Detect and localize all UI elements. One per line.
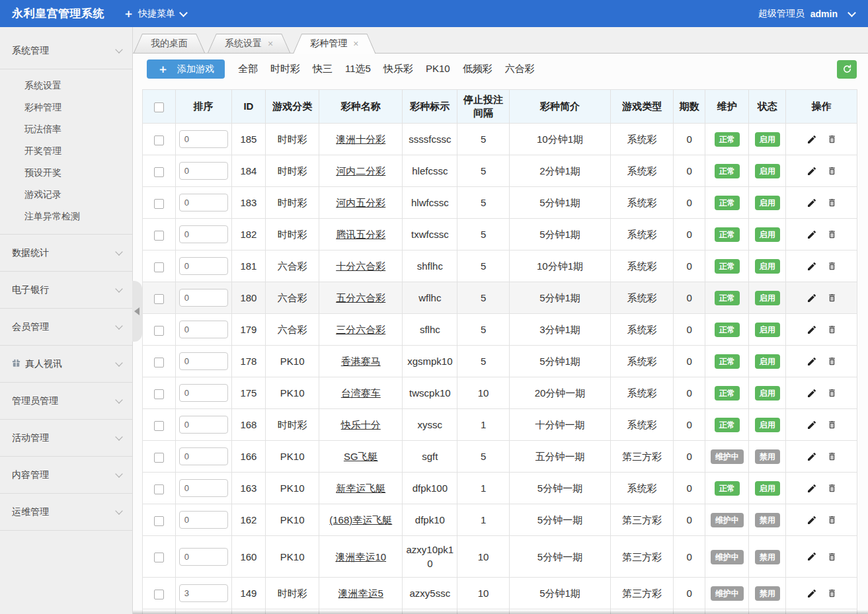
sidebar-group-header[interactable]: 管理员管理	[0, 383, 132, 419]
filter-link[interactable]: 低频彩	[463, 63, 493, 75]
sidebar-subitem[interactable]: 游戏记录	[0, 184, 132, 206]
filter-link[interactable]: 快乐彩	[383, 63, 413, 75]
edit-button[interactable]	[807, 515, 817, 525]
maintain-badge[interactable]: 正常	[715, 386, 740, 401]
sort-input[interactable]	[179, 289, 228, 307]
row-checkbox[interactable]	[154, 389, 164, 399]
sidebar-group-header[interactable]: 系统管理	[0, 32, 132, 69]
row-checkbox[interactable]	[154, 199, 164, 209]
edit-button[interactable]	[807, 229, 817, 240]
lottery-name-link[interactable]: 五分六合彩	[336, 292, 385, 303]
quick-menu-button[interactable]: ＋ 快捷菜单	[123, 8, 186, 20]
row-checkbox[interactable]	[154, 358, 164, 367]
maintain-badge[interactable]: 正常	[715, 291, 740, 305]
sidebar-group-header[interactable]: 活动管理	[0, 420, 132, 456]
maintain-badge[interactable]: 正常	[715, 164, 740, 178]
sort-input[interactable]	[179, 548, 228, 566]
tab[interactable]: 系统设置×	[208, 34, 290, 53]
sidebar-subitem[interactable]: 玩法倍率	[0, 118, 132, 140]
status-badge[interactable]: 启用	[755, 132, 780, 147]
lottery-name-link[interactable]: SG飞艇	[344, 451, 378, 462]
delete-button[interactable]	[827, 134, 837, 144]
row-checkbox[interactable]	[154, 326, 164, 336]
delete-button[interactable]	[827, 293, 837, 303]
lottery-name-link[interactable]: 香港赛马	[341, 356, 381, 367]
refresh-button[interactable]	[837, 60, 857, 79]
edit-button[interactable]	[807, 166, 817, 176]
edit-button[interactable]	[807, 261, 817, 272]
sidebar-group-header[interactable]: 数据统计	[0, 235, 132, 271]
edit-button[interactable]	[807, 134, 817, 145]
status-badge[interactable]: 启用	[755, 259, 780, 274]
sort-input[interactable]	[179, 384, 228, 402]
maintain-badge[interactable]: 维护中	[711, 513, 744, 527]
sort-input[interactable]	[179, 416, 228, 434]
maintain-badge[interactable]: 正常	[715, 418, 740, 432]
status-badge[interactable]: 禁用	[755, 513, 780, 527]
edit-button[interactable]	[807, 451, 817, 462]
status-badge[interactable]: 启用	[755, 164, 780, 178]
close-icon[interactable]: ×	[268, 39, 273, 48]
delete-button[interactable]	[827, 451, 837, 461]
delete-button[interactable]	[827, 198, 837, 208]
lottery-name-link[interactable]: 澳洲幸运10	[335, 551, 386, 562]
row-checkbox[interactable]	[154, 590, 164, 599]
sort-input[interactable]	[179, 194, 228, 211]
sort-input[interactable]	[179, 584, 228, 602]
close-icon[interactable]: ×	[353, 39, 358, 48]
sidebar-subitem[interactable]: 彩种管理	[0, 96, 132, 118]
status-badge[interactable]: 禁用	[755, 586, 780, 601]
maintain-badge[interactable]: 正常	[715, 354, 740, 369]
sidebar-group-header[interactable]: 会员管理	[0, 309, 132, 345]
maintain-badge[interactable]: 正常	[715, 481, 740, 496]
sort-input[interactable]	[179, 130, 228, 148]
delete-button[interactable]	[827, 356, 837, 366]
delete-button[interactable]	[827, 552, 837, 562]
maintain-badge[interactable]: 正常	[715, 323, 740, 337]
sidebar-collapse-handle[interactable]	[132, 281, 142, 342]
edit-button[interactable]	[807, 483, 817, 494]
lottery-name-link[interactable]: 澳洲幸运5	[338, 588, 383, 599]
sidebar-group-header[interactable]: 内容管理	[0, 457, 132, 493]
delete-button[interactable]	[827, 388, 837, 398]
user-menu[interactable]: 超级管理员 admin	[758, 8, 855, 20]
edit-button[interactable]	[807, 388, 817, 399]
lottery-name-link[interactable]: 澳洲十分彩	[336, 134, 385, 145]
lottery-name-link[interactable]: 腾讯五分彩	[336, 229, 385, 240]
delete-button[interactable]	[827, 420, 837, 430]
maintain-badge[interactable]: 正常	[715, 227, 740, 242]
status-badge[interactable]: 启用	[755, 196, 780, 210]
lottery-name-link[interactable]: 十分六合彩	[336, 260, 385, 272]
sidebar-subitem[interactable]: 开奖管理	[0, 140, 132, 162]
maintain-badge[interactable]: 维护中	[711, 449, 744, 464]
row-checkbox[interactable]	[154, 135, 164, 145]
filter-link[interactable]: 时时彩	[270, 63, 300, 75]
sidebar-group-header[interactable]: 运维管理	[0, 494, 132, 530]
delete-button[interactable]	[827, 261, 837, 271]
maintain-badge[interactable]: 正常	[715, 132, 740, 147]
row-checkbox[interactable]	[154, 553, 164, 562]
maintain-badge[interactable]: 正常	[715, 259, 740, 274]
lottery-name-link[interactable]: 台湾赛车	[341, 387, 381, 399]
edit-button[interactable]	[807, 551, 817, 562]
delete-button[interactable]	[827, 483, 837, 493]
sidebar-subitem[interactable]: 预设开奖	[0, 162, 132, 184]
edit-button[interactable]	[807, 420, 817, 430]
delete-button[interactable]	[827, 166, 837, 176]
row-checkbox[interactable]	[154, 484, 164, 494]
lottery-name-link[interactable]: 河内二分彩	[336, 165, 385, 176]
edit-button[interactable]	[807, 356, 817, 367]
status-badge[interactable]: 启用	[755, 481, 780, 496]
status-badge[interactable]: 启用	[755, 227, 780, 242]
delete-button[interactable]	[827, 515, 837, 525]
status-badge[interactable]: 启用	[755, 323, 780, 337]
filter-link[interactable]: 快三	[313, 63, 333, 75]
filter-link[interactable]: 11选5	[345, 63, 371, 75]
row-checkbox[interactable]	[154, 453, 164, 463]
lottery-name-link[interactable]: 新幸运飞艇	[336, 482, 385, 494]
sort-input[interactable]	[179, 352, 228, 370]
row-checkbox[interactable]	[154, 231, 164, 241]
row-checkbox[interactable]	[154, 516, 164, 526]
row-checkbox[interactable]	[154, 262, 164, 272]
status-badge[interactable]: 禁用	[755, 550, 780, 564]
